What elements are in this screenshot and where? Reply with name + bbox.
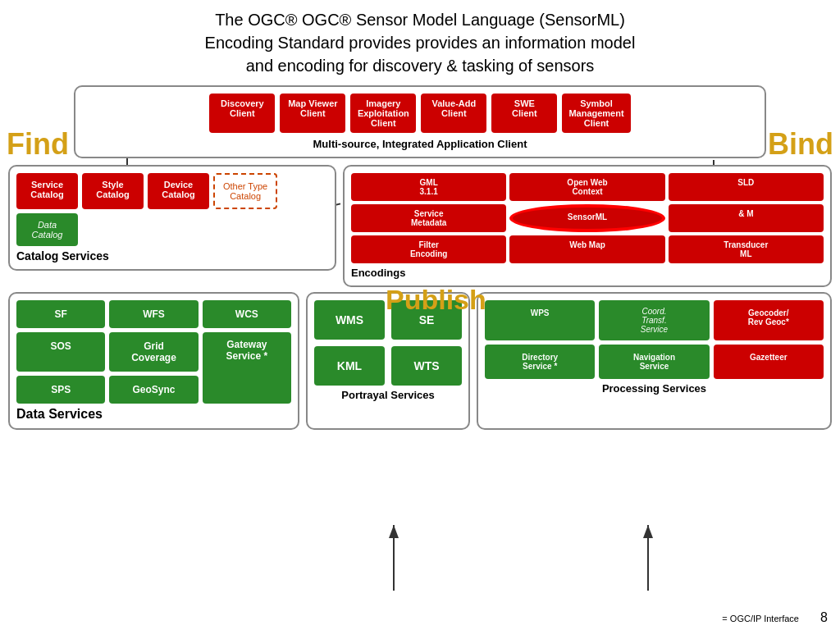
- wcs-btn[interactable]: WCS: [203, 300, 291, 328]
- sf-btn[interactable]: SF: [16, 300, 105, 328]
- open-web-context-btn[interactable]: Open WebContext: [509, 173, 664, 201]
- data-catalog-btn[interactable]: DataCatalog: [16, 213, 78, 246]
- sld-btn[interactable]: SLD: [669, 173, 824, 201]
- encodings-label: Encodings: [351, 267, 824, 279]
- symbol-mgmt-btn[interactable]: SymbolManagementClient: [562, 94, 630, 133]
- swe-client-btn[interactable]: SWEClient: [491, 94, 557, 133]
- transducer-ml-btn[interactable]: TransducerML: [669, 235, 824, 263]
- filter-encoding-btn[interactable]: FilterEncoding: [351, 235, 506, 263]
- data-services-label: Data Services: [16, 407, 291, 422]
- service-metadata-btn[interactable]: ServiceMetadata: [351, 204, 506, 232]
- sensorml-btn[interactable]: SensorML: [509, 204, 664, 232]
- wms-btn[interactable]: WMS: [314, 300, 385, 340]
- discovery-client-btn[interactable]: DiscoveryClient: [209, 94, 275, 133]
- data-services-grid: SF WFS WCS SOS GridCoverage GatewayServi…: [16, 300, 291, 404]
- catalog-services-label: Catalog Services: [16, 249, 328, 262]
- gateway-service-btn[interactable]: GatewayService *: [203, 332, 291, 404]
- ogcip-label: = OGC/IP Interface: [722, 614, 799, 623]
- wfs-btn[interactable]: WFS: [109, 300, 198, 328]
- app-client-label: Multi-source, Integrated Application Cli…: [82, 138, 758, 150]
- sps-btn[interactable]: SPS: [16, 376, 105, 404]
- m-btn[interactable]: & M: [669, 204, 824, 232]
- gazetteer-btn[interactable]: Gazetteer: [714, 345, 824, 379]
- device-catalog-btn[interactable]: DeviceCatalog: [148, 173, 209, 209]
- processing-services-label: Processing Services: [485, 382, 824, 395]
- web-map-btn[interactable]: Web Map: [509, 235, 664, 263]
- style-catalog-btn[interactable]: StyleCatalog: [82, 173, 144, 209]
- encodings-grid: GML3.1.1 Open WebContext SLD ServiceMeta…: [351, 173, 824, 263]
- grid-coverage-btn[interactable]: GridCoverage: [109, 332, 198, 372]
- navigation-service-btn[interactable]: NavigationService: [599, 345, 709, 379]
- wps-btn[interactable]: WPS: [485, 300, 595, 340]
- directory-service-btn[interactable]: DirectoryService *: [485, 345, 595, 379]
- geocoder-btn[interactable]: Geocoder/Rev Geoc*: [714, 300, 824, 340]
- publish-label: Publish: [386, 284, 486, 316]
- page-number: 8: [820, 610, 828, 625]
- kml-btn[interactable]: KML: [314, 346, 385, 386]
- service-catalog-btn[interactable]: ServiceCatalog: [16, 173, 78, 209]
- catalog-row: ServiceCatalog StyleCatalog DeviceCatalo…: [16, 173, 328, 246]
- wts-btn[interactable]: WTS: [391, 346, 462, 386]
- other-type-btn[interactable]: Other TypeCatalog: [213, 173, 277, 209]
- coord-transf-btn[interactable]: Coord.Transf.Service: [599, 300, 709, 340]
- client-row: DiscoveryClient Map ViewerClient Imagery…: [82, 94, 758, 133]
- gml-btn[interactable]: GML3.1.1: [351, 173, 506, 201]
- value-add-client-btn[interactable]: Value-AddClient: [421, 94, 486, 133]
- processing-grid: WPS Coord.Transf.Service Geocoder/Rev Ge…: [485, 300, 824, 379]
- bind-label: Bind: [768, 127, 833, 162]
- page-title: The OGC® OGC® Sensor Model Language (Sen…: [8, 8, 832, 77]
- find-label: Find: [7, 127, 69, 162]
- sos-btn[interactable]: SOS: [16, 332, 105, 372]
- geosync-btn[interactable]: GeoSync: [109, 376, 198, 404]
- map-viewer-client-btn[interactable]: Map ViewerClient: [280, 94, 345, 133]
- portrayal-services-label: Portrayal Services: [314, 389, 462, 401]
- imagery-exploitation-btn[interactable]: ImageryExploitationClient: [350, 94, 416, 133]
